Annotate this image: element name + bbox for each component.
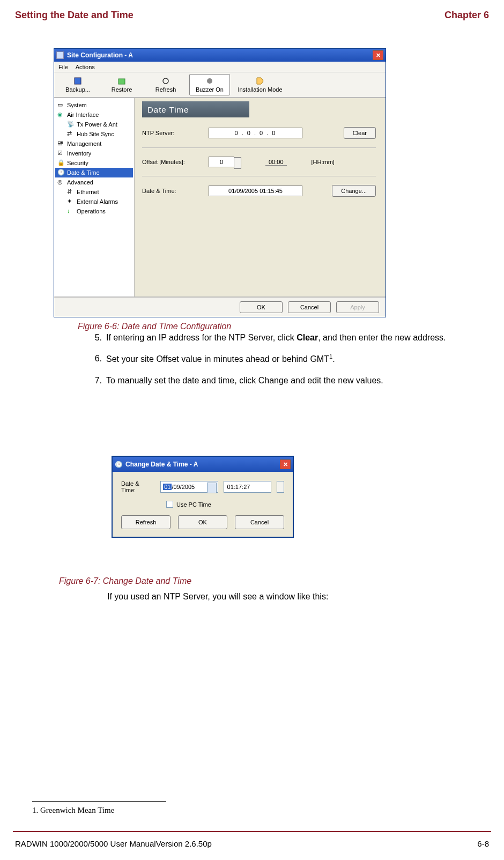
header-section-title: Setting the Date and Time <box>15 10 134 21</box>
datetime-label: Date & Time: <box>142 188 201 194</box>
refresh-icon <box>161 77 170 85</box>
ntp-server-input[interactable]: 0 . 0 . 0 . 0 <box>209 128 302 138</box>
use-pc-time-checkbox[interactable] <box>166 501 173 508</box>
tag-icon <box>256 77 264 85</box>
figure-6-7: 🕑 Change Date & Time - A ✕ Date & Time: … <box>112 456 294 538</box>
check-icon: ☑ <box>57 150 65 157</box>
svg-rect-1 <box>118 79 125 84</box>
date-time-label: Date & Time: <box>121 480 155 493</box>
tree-security[interactable]: 🔒Security <box>55 158 133 168</box>
app-icon <box>56 51 64 59</box>
ethernet-icon: ⇵ <box>67 188 75 196</box>
toolbar-install-mode[interactable]: Installation Mode <box>233 74 287 95</box>
change-button[interactable]: Change... <box>332 185 376 197</box>
figure-6-7-caption: Figure 6-7: Change Date and Time <box>59 576 191 586</box>
figure-6-6-caption: Figure 6-6: Date and Time Configuration <box>78 322 386 331</box>
date-time-panel: Date Time NTP Server: 0 . 0 . 0 . 0 Clea… <box>135 98 386 296</box>
step-7: 7. To manually set the date and time, cl… <box>90 374 487 387</box>
globe-icon: ◉ <box>57 111 65 118</box>
download-icon: ↓ <box>67 207 75 215</box>
tree-date-time[interactable]: 🕑Date & Time <box>55 168 133 177</box>
clock-icon: 🕑 <box>57 169 65 176</box>
close-icon[interactable]: ✕ <box>280 459 291 469</box>
buzzer-icon <box>205 77 214 85</box>
close-icon[interactable]: ✕ <box>373 50 383 60</box>
tree-operations[interactable]: ↓Operations <box>55 206 133 216</box>
svg-marker-4 <box>257 78 263 84</box>
tree-inventory[interactable]: ☑Inventory <box>55 149 133 158</box>
step-5: 5. If entering an IP address for the NTP… <box>90 331 487 344</box>
cancel-button[interactable]: Cancel <box>288 301 331 313</box>
ok-button[interactable]: OK <box>178 515 227 529</box>
tree-air-interface[interactable]: ◉Air Interface <box>55 110 133 120</box>
toolbar: Backup... Restore Refresh Buzzer On Inst… <box>54 72 386 98</box>
tree-hub-site-sync[interactable]: ⇄Hub Site Sync <box>55 129 133 139</box>
offset-unit-label: [HH:mm] <box>312 159 335 165</box>
change-date-time-dialog: 🕑 Change Date & Time - A ✕ Date & Time: … <box>112 456 294 538</box>
tree-advanced[interactable]: ◎Advanced <box>55 177 133 187</box>
offset-stepper[interactable]: 0 <box>209 157 234 167</box>
svg-point-3 <box>207 78 212 84</box>
menubar: File Actions <box>54 62 386 72</box>
footnote: 1. Greenwich Mean Time <box>32 801 166 815</box>
restore-icon <box>117 77 126 85</box>
svg-point-2 <box>163 78 168 84</box>
toolbar-refresh[interactable]: Refresh <box>145 74 186 95</box>
instruction-list: 5. If entering an IP address for the NTP… <box>90 331 487 395</box>
page-number: 6-8 <box>477 839 489 848</box>
menu-actions[interactable]: Actions <box>76 64 95 70</box>
window-icon: ▭ <box>57 101 65 109</box>
menu-file[interactable]: File <box>58 64 68 70</box>
tree-external-alarms[interactable]: ✶External Alarms <box>55 197 133 206</box>
header-chapter: Chapter 6 <box>444 10 489 21</box>
footnote-1: 1. Greenwich Mean Time <box>32 806 166 815</box>
tree-ethernet[interactable]: ⇵Ethernet <box>55 187 133 197</box>
footer-rule <box>13 831 491 832</box>
mgmt-icon: 🖳 <box>57 140 65 147</box>
figure-6-6: Site Configuration - A ✕ File Actions Ba… <box>54 48 386 331</box>
ntp-server-label: NTP Server: <box>142 130 201 136</box>
svg-rect-0 <box>75 78 81 84</box>
site-config-window: Site Configuration - A ✕ File Actions Ba… <box>54 48 386 317</box>
time-input[interactable]: 01:17:27 <box>224 481 272 493</box>
alarm-icon: ✶ <box>67 198 75 205</box>
date-combo[interactable]: 01/09/2005 <box>160 481 218 493</box>
refresh-button[interactable]: Refresh <box>121 515 171 529</box>
antenna-icon: 📡 <box>67 121 75 128</box>
tree-management[interactable]: 🖳Management <box>55 139 133 149</box>
titlebar: Site Configuration - A ✕ <box>54 49 386 62</box>
dialog-button-bar: OK Cancel Apply <box>54 296 386 317</box>
offset-label: Offset [Minutes]: <box>142 159 201 165</box>
footer-title: RADWIN 1000/2000/5000 User ManualVersion… <box>15 839 212 848</box>
dialog-title: Change Date & Time - A <box>125 461 280 468</box>
sync-icon: ⇄ <box>67 130 75 138</box>
disk-icon <box>73 77 82 85</box>
apply-button: Apply <box>336 301 379 313</box>
lock-icon: 🔒 <box>57 159 65 167</box>
datetime-display: 01/09/2005 01:15:45 <box>209 186 302 196</box>
toolbar-restore[interactable]: Restore <box>101 74 142 95</box>
clock-icon: 🕑 <box>115 461 122 468</box>
cancel-button[interactable]: Cancel <box>235 515 284 529</box>
panel-heading: Date Time <box>142 101 249 117</box>
clear-button[interactable]: Clear <box>344 127 376 139</box>
gear-icon: ◎ <box>57 179 65 186</box>
toolbar-backup[interactable]: Backup... <box>57 74 98 95</box>
tree-tx-power[interactable]: 📡Tx Power & Ant <box>55 120 133 129</box>
ok-button[interactable]: OK <box>240 301 283 313</box>
tree-system[interactable]: ▭System <box>55 100 133 110</box>
window-title: Site Configuration - A <box>67 51 373 59</box>
step-6: 6. Set your site Offset value in minutes… <box>90 352 487 366</box>
time-stepper[interactable] <box>277 481 284 493</box>
post-figure-text: If you used an NTP Server, you will see … <box>107 592 328 602</box>
nav-tree: ▭System ◉Air Interface 📡Tx Power & Ant ⇄… <box>54 98 135 296</box>
offset-readonly: 00:00 <box>265 159 287 166</box>
toolbar-buzzer[interactable]: Buzzer On <box>189 74 230 95</box>
use-pc-time-label: Use PC Time <box>176 501 211 508</box>
